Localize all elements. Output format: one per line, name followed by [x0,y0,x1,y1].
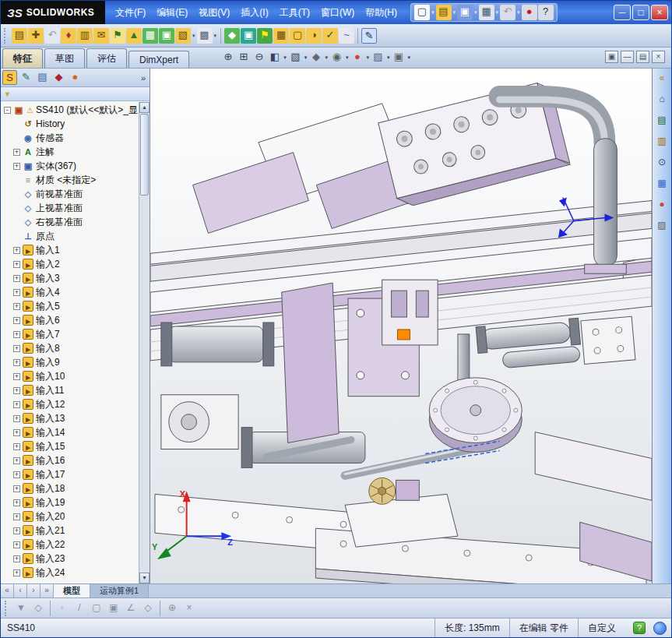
tree-expander[interactable]: + [13,401,20,408]
view-settings-icon[interactable]: ▣ [391,50,406,65]
tree-expander[interactable]: + [13,527,20,534]
zoom-fit-icon[interactable]: ⊕ [220,50,235,65]
tree-item[interactable]: +▸输入24 [2,566,138,580]
pane-restore-icon[interactable]: ▣ [605,51,618,63]
tree-expander[interactable]: + [13,569,20,576]
toolbar-grip[interactable] [5,601,9,616]
new-document-icon-dropdown[interactable]: ▾ [431,9,435,16]
tree-item[interactable]: ⊥原点 [2,229,138,243]
tree-expander[interactable]: + [13,303,20,310]
rotary-table[interactable] [429,334,522,453]
status-custom[interactable]: 自定义 [578,619,625,637]
print-icon[interactable]: ▦ [479,5,494,20]
filter-toggle-icon[interactable]: ◇ [30,601,46,616]
palette-icon[interactable]: ▧ [175,28,191,44]
tree-expander[interactable]: + [13,247,20,254]
clear-filter-icon[interactable]: × [181,601,197,616]
save-icon-dropdown[interactable]: ▾ [473,9,478,16]
tree-item[interactable]: +▸输入21 [2,523,138,538]
zoom-area-icon[interactable]: ⊞ [236,50,251,65]
propertymanager-tab-icon[interactable]: ✎ [19,70,33,85]
menu-help[interactable]: 帮助(H) [360,5,403,21]
configurationmanager-tab-icon[interactable]: ▤ [35,70,50,85]
tree-expander[interactable]: + [13,429,20,436]
hide-show-items-icon[interactable]: ◉ [329,50,344,65]
pane-close-icon[interactable]: × [652,51,665,63]
undo-icon[interactable]: ↶ [500,5,515,20]
tab-scroll-next[interactable]: › [27,584,40,597]
tree-expander[interactable]: + [13,499,20,506]
tree-item[interactable]: +▸输入3 [2,271,138,285]
custom-properties-icon[interactable]: ▨ [655,219,669,233]
tree-expander[interactable]: + [13,149,20,156]
minimize-button[interactable]: ─ [614,5,631,20]
spline-tool-icon[interactable]: ~ [339,28,354,44]
measure-tool-icon[interactable]: ✎ [361,28,377,44]
apply-scene-icon[interactable]: ▨ [371,50,385,65]
solidworks-resources-icon[interactable]: ⌂ [655,93,669,107]
tree-item[interactable]: +▸输入6 [2,313,138,327]
tree-expander[interactable]: + [13,471,20,478]
edit-appearance-icon-dropdown[interactable]: ▾ [365,55,370,61]
pane-minimize-icon[interactable]: — [621,51,634,63]
center-slide-assembly[interactable] [282,280,438,442]
tree-expander[interactable]: + [13,443,20,450]
move-component-icon[interactable]: ✚ [28,28,44,44]
open-recent-icon[interactable]: ▤ [12,28,27,44]
tree-item[interactable]: +▸输入8 [2,341,138,355]
tree-item[interactable]: ◉传感器 [2,131,138,145]
undo-icon-dropdown[interactable]: ▾ [516,9,521,16]
gold-grid-icon[interactable]: ▦ [273,28,289,44]
tree-item[interactable]: ◇右视基准面 [2,215,138,229]
ime-indicator-icon[interactable] [653,622,667,635]
tree-item[interactable]: ↺History [2,117,138,131]
design-library-icon[interactable]: ▤ [655,114,669,128]
mail-icon[interactable]: ✉ [93,28,109,44]
tree-expander[interactable]: + [13,513,20,520]
tree-item[interactable]: +▸输入16 [2,453,138,467]
tree-expander[interactable]: + [13,289,20,296]
featuremanager-tree-tab-icon[interactable]: S [2,70,17,85]
dimxpertmanager-tab-icon[interactable]: ◆ [51,70,66,85]
tree-expander[interactable]: + [13,485,20,492]
help-icon[interactable]: ? [538,5,554,20]
scroll-up-button[interactable]: ▲ [139,102,150,113]
filter-axis-icon[interactable]: ∠ [123,601,139,616]
tree-expander[interactable]: + [13,457,20,464]
edit-appearance-icon[interactable]: ● [350,50,364,65]
tree-expander[interactable]: + [13,359,20,366]
tree-item[interactable]: +▸输入11 [2,383,138,397]
tree-item[interactable]: +▸输入18 [2,481,138,495]
menu-tools[interactable]: 工具(T) [274,5,315,21]
filter-surface-icon[interactable]: ▣ [106,601,121,616]
tree-item[interactable]: +▣实体(367) [2,159,138,173]
tree-item[interactable]: +▸输入12 [2,397,138,411]
highlighted-part[interactable] [398,330,410,340]
grid-settings-icon-dropdown[interactable]: ▾ [213,33,218,39]
scroll-track[interactable] [139,196,150,573]
check-icon[interactable]: ✓ [322,28,338,44]
tree-item[interactable]: +▸输入14 [2,425,138,439]
select-filter-icon[interactable]: ▼ [13,601,29,616]
tree-item[interactable]: +▸输入5 [2,299,138,313]
gold-box-icon[interactable]: ▢ [290,28,305,44]
tree-item[interactable]: +▸输入23 [2,552,138,566]
displaymanager-tab-icon[interactable]: ● [68,70,83,85]
tree-expander[interactable]: + [13,345,20,352]
filter-faces-icon[interactable]: ▢ [89,601,104,616]
design-library-icon[interactable]: ▦ [142,28,158,44]
search-icon[interactable]: ⊙ [655,156,669,170]
tree-expander[interactable]: + [13,373,20,380]
tree-item[interactable]: +▸输入7 [2,327,138,341]
tree-item[interactable]: ◇前视基准面 [2,187,138,201]
tree-item[interactable]: +▸输入10 [2,369,138,383]
display-style-icon[interactable]: ◆ [308,50,323,65]
view-palette-icon[interactable]: ▦ [655,177,669,191]
tree-item[interactable]: +▸输入13 [2,411,138,425]
view-orientation-icon[interactable]: ▧ [288,50,303,65]
undo-view-icon[interactable]: ↶ [44,28,60,44]
filter-funnel-icon[interactable]: ▼ [4,90,11,98]
scroll-down-button[interactable]: ▼ [139,573,150,583]
tab-dimxpert[interactable]: DimXpert [128,51,189,68]
tree-item[interactable]: +▸输入19 [2,495,138,509]
